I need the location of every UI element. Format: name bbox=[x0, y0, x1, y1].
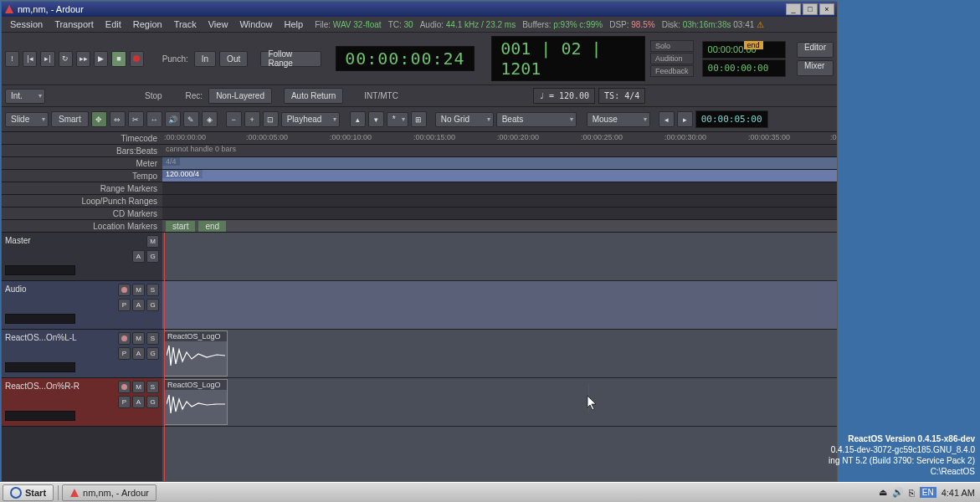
zoom-fit-button[interactable]: ⊡ bbox=[263, 111, 279, 127]
ruler-cd-label[interactable]: CD Markers bbox=[2, 207, 162, 219]
group-button[interactable]: G bbox=[146, 347, 159, 360]
ruler-meter[interactable]: 4/4 bbox=[162, 157, 837, 169]
location-clock[interactable]: 00:00:00:00end bbox=[702, 41, 786, 59]
ruler-tempo[interactable]: 120.000/4 bbox=[162, 170, 837, 182]
group-button[interactable]: G bbox=[146, 250, 159, 263]
zoom-out-button[interactable]: − bbox=[226, 111, 242, 127]
mute-button[interactable]: M bbox=[132, 332, 145, 345]
taskbar-app-button[interactable]: nm,nm, - Ardour bbox=[62, 484, 156, 501]
minimize-button[interactable]: _ bbox=[786, 3, 801, 15]
track-header-right[interactable]: ReactOS...On%R-R MS PAG bbox=[2, 378, 162, 427]
snap-to-dropdown[interactable]: Beats bbox=[496, 112, 577, 127]
ruler-loop-label[interactable]: Loop/Punch Ranges bbox=[2, 195, 162, 207]
rec-enable-button[interactable] bbox=[118, 284, 131, 296]
audio-region-left[interactable]: ReactOS_LogO bbox=[164, 330, 228, 376]
track-height-dropdown[interactable]: * bbox=[387, 112, 408, 127]
tray-usb-icon[interactable]: ⎘ bbox=[909, 488, 915, 498]
automation-button[interactable]: A bbox=[132, 347, 145, 360]
mixer-button[interactable]: Mixer bbox=[797, 60, 834, 76]
track-header-audio[interactable]: Audio MS PAG bbox=[2, 281, 162, 330]
start-button[interactable]: Start bbox=[3, 484, 54, 501]
punch-in-button[interactable]: In bbox=[194, 51, 216, 67]
zoom-in-button[interactable]: + bbox=[244, 111, 260, 127]
mute-button[interactable]: M bbox=[146, 235, 159, 248]
nudge-back-button[interactable]: ◂ bbox=[659, 111, 675, 127]
solo-button[interactable]: S bbox=[146, 284, 159, 296]
smart-mode-button[interactable]: Smart bbox=[51, 111, 89, 127]
nudge-clock[interactable]: 00:00:05:00 bbox=[695, 110, 768, 128]
playlist-button[interactable]: P bbox=[118, 396, 131, 408]
tempo-display[interactable]: ♩ = 120.00 bbox=[533, 88, 595, 104]
tray-volume-icon[interactable]: 🔊 bbox=[892, 487, 904, 498]
fader[interactable] bbox=[5, 265, 75, 275]
solo-alert[interactable]: Solo bbox=[650, 40, 694, 52]
follow-range-button[interactable]: Follow Range bbox=[260, 51, 321, 67]
audition-alert[interactable]: Audition bbox=[650, 53, 694, 64]
object-tool-button[interactable]: ✥ bbox=[91, 111, 107, 127]
group-button[interactable]: G bbox=[146, 299, 159, 311]
stop-button[interactable]: ■ bbox=[111, 51, 126, 67]
edit-mode-dropdown[interactable]: Slide bbox=[5, 112, 49, 127]
ruler-location[interactable]: startend bbox=[162, 220, 837, 232]
goto-start-button[interactable]: |◂ bbox=[23, 51, 37, 67]
ruler-range[interactable] bbox=[162, 182, 837, 194]
audio-region-right[interactable]: ReactOS_LogO bbox=[164, 379, 228, 425]
expand-tracks-button[interactable]: ▴ bbox=[350, 111, 366, 127]
ruler-cd[interactable] bbox=[162, 207, 837, 219]
ruler-timecode-label[interactable]: Timecode bbox=[2, 132, 162, 144]
rec-enable-button[interactable] bbox=[118, 381, 131, 393]
track-header-master[interactable]: Master M AG bbox=[2, 233, 162, 281]
solo-button[interactable]: S bbox=[146, 381, 159, 393]
track-canvas[interactable]: ReactOS_LogO ReactOS_LogO bbox=[162, 233, 837, 481]
maximize-button[interactable]: □ bbox=[803, 3, 818, 15]
content-tool-button[interactable]: ◈ bbox=[202, 111, 218, 127]
track-lane-left[interactable]: ReactOS_LogO bbox=[162, 330, 837, 378]
playlist-button[interactable]: P bbox=[118, 347, 131, 360]
ruler-barsbeats[interactable]: cannot handle 0 bars bbox=[162, 145, 837, 156]
play-button[interactable]: ▶ bbox=[94, 51, 108, 67]
menu-region[interactable]: Region bbox=[128, 18, 167, 31]
menu-session[interactable]: Session bbox=[5, 18, 48, 31]
ruler-loop[interactable] bbox=[162, 195, 837, 207]
automation-button[interactable]: A bbox=[132, 250, 145, 263]
solo-button[interactable]: S bbox=[146, 332, 159, 345]
ruler-meter-label[interactable]: Meter bbox=[2, 157, 162, 169]
automation-button[interactable]: A bbox=[132, 396, 145, 408]
fader[interactable] bbox=[5, 411, 75, 421]
track-lane-audio[interactable] bbox=[162, 281, 837, 330]
tray-clock[interactable]: 4:41 AM bbox=[942, 488, 975, 498]
track-lane-master[interactable] bbox=[162, 233, 837, 281]
snap-mode-dropdown[interactable]: No Grid bbox=[435, 112, 494, 127]
ruler-range-label[interactable]: Range Markers bbox=[2, 182, 162, 194]
secondary-clock[interactable]: 001 | 02 | 1201 bbox=[491, 36, 645, 81]
mute-button[interactable]: M bbox=[132, 381, 145, 393]
record-button[interactable] bbox=[130, 51, 144, 67]
stretch-tool-button[interactable]: ↔ bbox=[146, 111, 162, 127]
ruler-timecode[interactable]: :00:00:00:00 :00:00:05:00 :00:00:10:00 :… bbox=[162, 132, 837, 144]
shrink-tracks-button[interactable]: ▾ bbox=[368, 111, 384, 127]
menu-transport[interactable]: Transport bbox=[49, 18, 99, 31]
ruler-location-label[interactable]: Location Markers bbox=[2, 220, 162, 232]
rec-enable-button[interactable] bbox=[118, 332, 131, 345]
automation-button[interactable]: A bbox=[132, 299, 145, 311]
fader[interactable] bbox=[5, 314, 75, 324]
group-button[interactable]: G bbox=[146, 396, 159, 408]
sync-dropdown[interactable]: Int. bbox=[5, 89, 45, 104]
loop-button[interactable]: ↻ bbox=[59, 51, 73, 67]
nudge-fwd-button[interactable]: ▸ bbox=[677, 111, 693, 127]
menu-view[interactable]: View bbox=[203, 18, 233, 31]
zoom-focus-dropdown[interactable]: Playhead bbox=[281, 112, 340, 127]
non-layered-button[interactable]: Non-Layered bbox=[208, 88, 272, 104]
fader[interactable] bbox=[5, 362, 75, 372]
marker-start[interactable]: start bbox=[166, 221, 195, 232]
ruler-barsbeats-label[interactable]: Bars:Beats bbox=[2, 145, 162, 156]
playhead[interactable] bbox=[164, 233, 165, 481]
location-clock-2[interactable]: 00:00:00:00 bbox=[702, 59, 786, 77]
menu-help[interactable]: Help bbox=[280, 18, 309, 31]
menu-track[interactable]: Track bbox=[169, 18, 202, 31]
titlebar[interactable]: nm,nm, - Ardour _ □ × bbox=[2, 2, 837, 17]
cut-tool-button[interactable]: ✂ bbox=[128, 111, 144, 127]
punch-out-button[interactable]: Out bbox=[219, 51, 248, 67]
snap-button[interactable]: ⊞ bbox=[411, 111, 427, 127]
menu-window[interactable]: Window bbox=[234, 18, 277, 31]
